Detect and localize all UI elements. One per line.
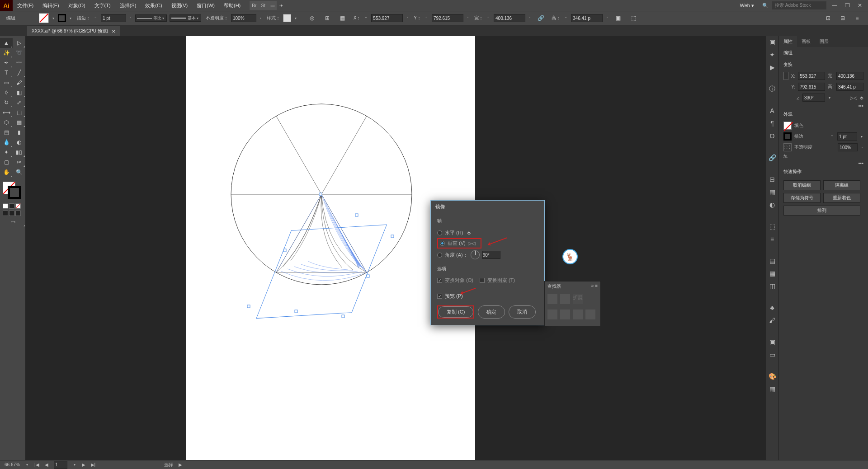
props-opacity-icon[interactable] (783, 143, 792, 151)
transparency-panel-icon[interactable]: ◐ (768, 201, 776, 209)
draw-normal-icon[interactable] (3, 211, 8, 216)
workspace-switcher[interactable]: Web ▾ (736, 2, 759, 9)
panel-menu-icon[interactable]: » ≡ (591, 283, 598, 290)
links-icon[interactable]: 🔗 (768, 154, 776, 162)
recolor-artwork-icon[interactable]: ◎ (306, 13, 318, 23)
opacity-input[interactable] (231, 14, 256, 22)
arrange-icon[interactable]: ▭ (268, 1, 277, 10)
document-tab[interactable]: XXXX.ai* @ 66.67% (RGB/GPU 预览) ✕ (27, 26, 120, 36)
fill-swatch[interactable] (39, 13, 49, 23)
blend-tool[interactable]: ◐ (13, 137, 25, 147)
status-menu-icon[interactable]: ▶ (179, 462, 182, 467)
artboard-nav-input[interactable] (54, 461, 67, 469)
align-panel-icon[interactable]: ▤ (768, 257, 776, 265)
menu-select[interactable]: 选择(S) (115, 0, 141, 11)
rotate-input[interactable] (802, 94, 825, 102)
none-mode-icon[interactable] (15, 203, 21, 209)
pathfinder-crop-icon[interactable] (585, 310, 595, 319)
zoom-tool[interactable]: 🔍 (13, 167, 25, 177)
draw-inside-icon[interactable] (15, 211, 21, 216)
hand-tool[interactable]: ✋ (0, 167, 13, 177)
pathfinder-merge-icon[interactable] (573, 310, 583, 319)
appearance-more-icon[interactable]: ••• (779, 160, 868, 166)
scale-tool[interactable]: ⤢ (13, 98, 25, 108)
artboard-tool[interactable]: ▢ (0, 157, 13, 167)
brushes-icon[interactable]: 🖌 (768, 316, 776, 324)
column-graph-tool[interactable]: ▮▯ (13, 147, 25, 157)
bridge-icon[interactable]: Br (250, 1, 259, 10)
nav-prev-icon[interactable]: ◀ (45, 462, 48, 467)
props-x-input[interactable] (798, 72, 825, 80)
lasso-tool[interactable]: ➰ (13, 48, 25, 58)
transform-icon[interactable]: ▦ (336, 13, 349, 23)
eraser-tool[interactable]: ◧ (13, 88, 25, 98)
color-mode-icon[interactable] (3, 203, 8, 209)
menu-window[interactable]: 窗口(W) (192, 0, 219, 11)
ok-button[interactable]: 确定 (478, 305, 505, 319)
search-icon[interactable]: 🔍 (762, 3, 769, 9)
rotate-tool[interactable]: ↻ (0, 98, 13, 108)
pathfinder-panel-icon[interactable]: ◫ (768, 282, 776, 290)
radio-vertical-input[interactable] (440, 241, 445, 246)
preview-check[interactable]: 预览 (P) (437, 291, 538, 301)
w-input[interactable] (494, 14, 525, 22)
link-wh-icon[interactable]: 🔗 (534, 13, 547, 23)
stroke-weight-input[interactable] (101, 14, 126, 22)
radio-angle-input[interactable] (437, 253, 442, 258)
menu-file[interactable]: 文件(F) (13, 0, 38, 11)
save-symbol-button[interactable]: 存储为符号 (783, 193, 821, 203)
screen-mode-icon[interactable]: ▭ (0, 217, 25, 227)
reference-point-icon[interactable] (783, 72, 788, 80)
radio-horizontal-input[interactable] (437, 230, 442, 235)
ungroup-button[interactable]: 取消编组 (783, 180, 821, 190)
pathfinder-trim-icon[interactable] (560, 310, 570, 319)
info-icon[interactable]: ⓘ (768, 85, 776, 93)
draw-behind-icon[interactable] (9, 211, 14, 216)
x-input[interactable] (371, 14, 403, 22)
swatches-panel-icon[interactable]: ▦ (768, 385, 776, 393)
isolate-button[interactable]: 隔离组 (823, 180, 860, 190)
tab-artboards[interactable]: 画板 (797, 36, 815, 47)
tab-properties[interactable]: 属性 (779, 36, 797, 47)
props-h-input[interactable] (836, 83, 863, 91)
stock-icon[interactable]: St (259, 1, 268, 10)
opentype-icon[interactable]: O (768, 132, 776, 140)
h-input[interactable] (571, 14, 603, 22)
appearance-icon[interactable]: ⬚ (768, 222, 776, 230)
paragraph-icon[interactable]: ¶ (768, 119, 776, 127)
character-icon[interactable]: A (768, 107, 776, 115)
type-tool[interactable]: T (0, 68, 13, 78)
paintbrush-tool[interactable]: 🖌 (13, 78, 25, 88)
radio-angle[interactable]: 角度 (A)： (437, 249, 538, 261)
libraries-icon[interactable]: ✦ (768, 51, 776, 59)
y-input[interactable] (432, 14, 463, 22)
curvature-tool[interactable]: 〰 (13, 58, 25, 68)
props-stroke-swatch[interactable] (783, 132, 792, 141)
fill-stroke-swap[interactable] (0, 180, 25, 202)
nav-last-icon[interactable]: ▶| (91, 462, 96, 467)
artboards-panel-icon[interactable]: ▭ (768, 351, 776, 359)
menu-type[interactable]: 文字(T) (90, 0, 115, 11)
menu-view[interactable]: 视图(V) (167, 0, 193, 11)
magic-wand-tool[interactable]: ✨ (0, 48, 13, 58)
width-tool[interactable]: ⟷ (0, 108, 13, 117)
props-y-input[interactable] (798, 83, 825, 91)
preview-checkbox[interactable] (437, 294, 442, 299)
symbols-icon[interactable]: ♣ (768, 304, 776, 312)
properties-icon[interactable]: ▣ (768, 38, 776, 46)
gradient-tool[interactable]: ▮ (13, 127, 25, 137)
symbol-sprayer-tool[interactable]: ✦ (0, 147, 13, 157)
radio-horizontal[interactable]: 水平 (H) ⬘ (437, 228, 538, 238)
free-transform-tool[interactable]: ⬚ (13, 108, 25, 117)
arrange-button[interactable]: 排列 (783, 206, 860, 216)
pathfinder-unite-icon[interactable] (547, 294, 557, 304)
props-opacity-input[interactable] (838, 143, 858, 151)
nav-next-icon[interactable]: ▶ (82, 462, 85, 467)
line-segment-tool[interactable]: ╱ (13, 68, 25, 78)
angle-knob-icon[interactable] (471, 250, 480, 259)
cancel-button[interactable]: 取消 (509, 305, 536, 319)
shape-options-icon[interactable]: ▣ (612, 13, 624, 23)
canvas[interactable]: 🦌 镜像 轴 水平 (H) ⬘ 垂直 (V) ▷◁ 角度 ( (25, 36, 766, 460)
stroke-panel-icon[interactable]: ⊟ (768, 175, 776, 183)
tab-close-icon[interactable]: ✕ (112, 29, 115, 34)
